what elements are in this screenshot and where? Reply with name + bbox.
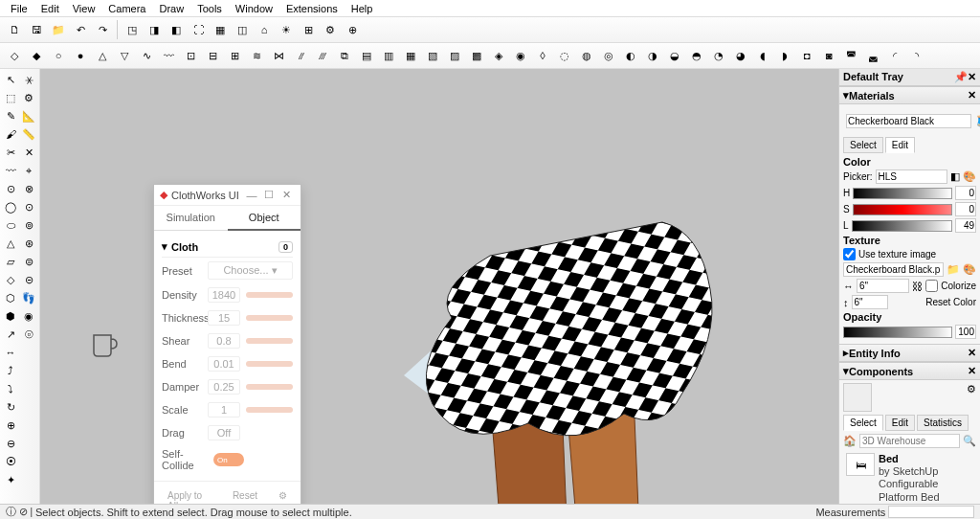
menu-help[interactable]: Help xyxy=(345,1,380,16)
tool-icon[interactable]: ◳ xyxy=(122,19,143,40)
tool-icon[interactable]: ⤴ xyxy=(2,362,19,379)
tray-pin-icon[interactable]: 📌 xyxy=(954,71,968,83)
preset-dropdown[interactable]: Choose... ▾ xyxy=(208,261,293,280)
tool-icon[interactable]: ◇ xyxy=(2,271,19,288)
tool-icon[interactable]: ↶ xyxy=(70,19,91,40)
tool-icon[interactable]: ◎ xyxy=(598,45,619,66)
tool-icon[interactable]: ◙ xyxy=(818,45,839,66)
tool-icon[interactable]: ⊞ xyxy=(298,19,319,40)
tool-icon[interactable]: 〰 xyxy=(2,162,19,179)
tool-icon[interactable]: ⫽ xyxy=(290,45,311,66)
tool-icon[interactable]: ⋈ xyxy=(268,45,289,66)
tool-icon[interactable]: ⊟ xyxy=(202,45,223,66)
menu-tools[interactable]: Tools xyxy=(190,1,229,16)
tool-icon[interactable]: ◜ xyxy=(884,45,905,66)
tool-icon[interactable]: ◌ xyxy=(554,45,575,66)
tool-icon[interactable]: ◕ xyxy=(730,45,751,66)
tool-icon[interactable]: ↗ xyxy=(2,326,19,343)
tool-icon[interactable]: ◗ xyxy=(774,45,795,66)
tool-icon[interactable]: ⦾ xyxy=(20,326,37,343)
tool-icon[interactable]: ⬚ xyxy=(2,89,19,106)
materials-tab-edit[interactable]: Edit xyxy=(885,137,915,153)
tool-icon[interactable]: ⬢ xyxy=(2,307,19,325)
tool-icon[interactable]: ▱ xyxy=(2,253,19,270)
tool-icon[interactable]: ⊚ xyxy=(20,216,37,234)
tool-icon[interactable]: ⬡ xyxy=(2,289,19,306)
dialog-titlebar[interactable]: ◆ ClothWorks UI ― ☐ ✕ xyxy=(154,185,301,206)
use-texture-checkbox[interactable] xyxy=(843,248,856,260)
search-icon[interactable]: 🔍 xyxy=(963,435,976,447)
tool-icon[interactable]: ◊ xyxy=(532,45,553,66)
tool-icon[interactable]: ◛ xyxy=(862,45,883,66)
tool-icon[interactable]: ▦ xyxy=(400,45,421,66)
home-icon[interactable]: 🏠 xyxy=(843,435,857,447)
component-search[interactable] xyxy=(859,434,960,448)
tool-icon[interactable]: ✂ xyxy=(2,144,19,161)
tool-icon[interactable]: △ xyxy=(2,235,19,252)
tool-icon[interactable]: ⫻ xyxy=(312,45,333,66)
tool-icon[interactable]: ● xyxy=(70,45,91,66)
maximize-icon[interactable]: ☐ xyxy=(260,189,278,201)
tool-icon[interactable]: ◒ xyxy=(664,45,685,66)
reset-button[interactable]: Reset xyxy=(225,487,265,504)
tool-icon[interactable]: 🗋 xyxy=(4,19,25,40)
tool-icon[interactable]: ⤵ xyxy=(2,380,19,397)
status-icon[interactable]: ⓘ xyxy=(6,505,16,519)
tool-icon[interactable]: ◑ xyxy=(642,45,663,66)
eyedrop-icon[interactable]: 🎨 xyxy=(963,263,976,276)
component-list[interactable]: 🛏Bedby SketchUpConfigurable Platform Bed… xyxy=(843,450,976,504)
shear-slider[interactable] xyxy=(246,338,293,344)
s-value[interactable] xyxy=(955,202,976,216)
status-icon[interactable]: ⊘ xyxy=(19,506,28,518)
tool-icon[interactable]: ◚ xyxy=(840,45,861,66)
tool-icon[interactable]: ↷ xyxy=(92,19,113,40)
tool-icon[interactable]: ◯ xyxy=(2,198,19,215)
menu-window[interactable]: Window xyxy=(229,1,279,16)
tool-icon[interactable]: ◍ xyxy=(576,45,597,66)
tool-icon[interactable]: ▧ xyxy=(422,45,443,66)
tool-icon[interactable]: ◐ xyxy=(620,45,641,66)
menu-draw[interactable]: Draw xyxy=(152,1,190,16)
density-value[interactable]: 1840 xyxy=(208,287,240,303)
tool-icon[interactable]: ✦ xyxy=(2,471,19,488)
tool-icon[interactable]: ⚹ xyxy=(20,71,37,88)
h-slider[interactable] xyxy=(853,188,952,199)
tool-icon[interactable]: ◧ xyxy=(166,19,187,40)
bend-value[interactable]: 0.01 xyxy=(208,356,240,372)
opacity-slider[interactable] xyxy=(843,327,952,338)
menu-camera[interactable]: Camera xyxy=(101,1,152,16)
damper-value[interactable]: 0.25 xyxy=(208,379,240,395)
tool-icon[interactable]: ↻ xyxy=(2,398,19,416)
tex-width[interactable] xyxy=(857,279,909,293)
colorize-checkbox[interactable] xyxy=(925,280,938,292)
tool-icon[interactable]: ⊕ xyxy=(342,19,363,40)
tool-icon[interactable]: ⚙ xyxy=(320,19,341,40)
browse-icon[interactable]: 📁 xyxy=(947,263,960,276)
tool-icon[interactable]: ⊛ xyxy=(20,235,37,252)
comp-tab-select[interactable]: Select xyxy=(843,415,883,431)
close-icon[interactable]: ✕ xyxy=(278,189,295,201)
measurements-input[interactable] xyxy=(888,506,974,518)
tool-icon[interactable]: ⬭ xyxy=(2,216,19,234)
tool-icon[interactable]: ✕ xyxy=(20,144,37,161)
tool-icon[interactable]: ⌖ xyxy=(20,162,37,179)
shear-value[interactable]: 0.8 xyxy=(208,333,240,349)
tool-icon[interactable]: 🖌 xyxy=(2,125,19,143)
tool-icon[interactable]: ⊞ xyxy=(224,45,245,66)
section-cloth[interactable]: Cloth xyxy=(171,241,198,253)
tool-icon[interactable]: ◉ xyxy=(510,45,531,66)
texture-file-input[interactable] xyxy=(843,262,944,277)
tool-icon[interactable]: ⛶ xyxy=(188,19,209,40)
tool-icon[interactable]: ○ xyxy=(48,45,69,66)
list-item[interactable]: 🛏Bedby SketchUpConfigurable Platform Bed xyxy=(843,450,976,504)
tool-icon[interactable]: ↔ xyxy=(2,344,19,361)
apply-all-button[interactable]: Apply to All xyxy=(160,487,219,504)
menu-extensions[interactable]: Extensions xyxy=(279,1,345,16)
tool-icon[interactable]: ▤ xyxy=(356,45,377,66)
tool-icon[interactable]: ◉ xyxy=(20,307,37,325)
tab-object[interactable]: Object xyxy=(228,206,301,231)
tool-icon[interactable]: ⊕ xyxy=(2,417,19,434)
tool-icon[interactable]: ▦ xyxy=(210,19,231,40)
tab-simulation[interactable]: Simulation xyxy=(154,206,228,231)
tool-icon[interactable]: ⌂ xyxy=(254,19,275,40)
